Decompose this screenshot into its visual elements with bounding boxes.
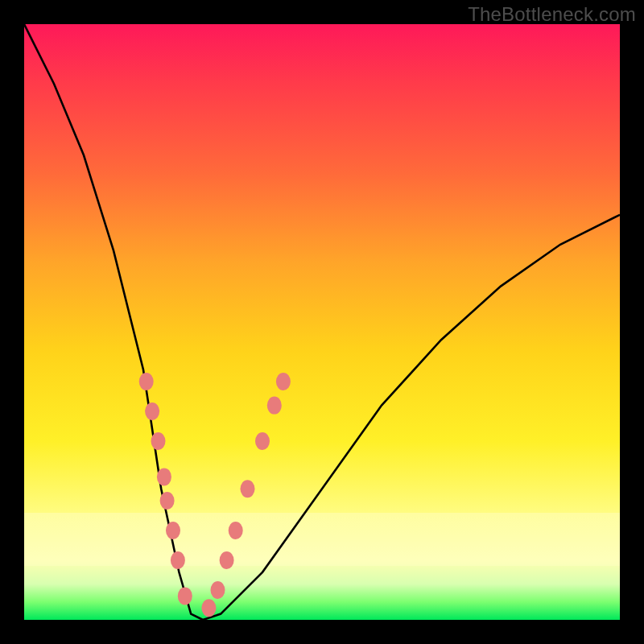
- marker-dot: [157, 468, 171, 485]
- marker-dot: [229, 522, 243, 539]
- curve-layer: [24, 24, 620, 620]
- marker-dot: [220, 551, 234, 569]
- marker-dot: [151, 432, 166, 450]
- marker-cluster-left: [139, 373, 192, 605]
- watermark-text: TheBottleneck.com: [468, 3, 636, 26]
- marker-dot: [178, 587, 192, 605]
- marker-dot: [145, 402, 159, 420]
- marker-dot: [201, 599, 216, 617]
- plot-area: [24, 24, 620, 620]
- marker-dot: [171, 551, 185, 569]
- marker-dot: [166, 522, 180, 539]
- marker-dot: [241, 480, 255, 497]
- marker-cluster-right: [201, 373, 291, 617]
- bottleneck-curve: [24, 24, 620, 620]
- bottleneck-curve-group: [24, 24, 620, 620]
- marker-dot: [139, 373, 154, 390]
- marker-dot: [255, 432, 270, 450]
- marker-dot: [160, 492, 175, 510]
- chart-frame: TheBottleneck.com: [0, 0, 644, 644]
- marker-dot: [211, 581, 225, 599]
- marker-dot: [276, 373, 291, 390]
- marker-dot: [267, 397, 282, 415]
